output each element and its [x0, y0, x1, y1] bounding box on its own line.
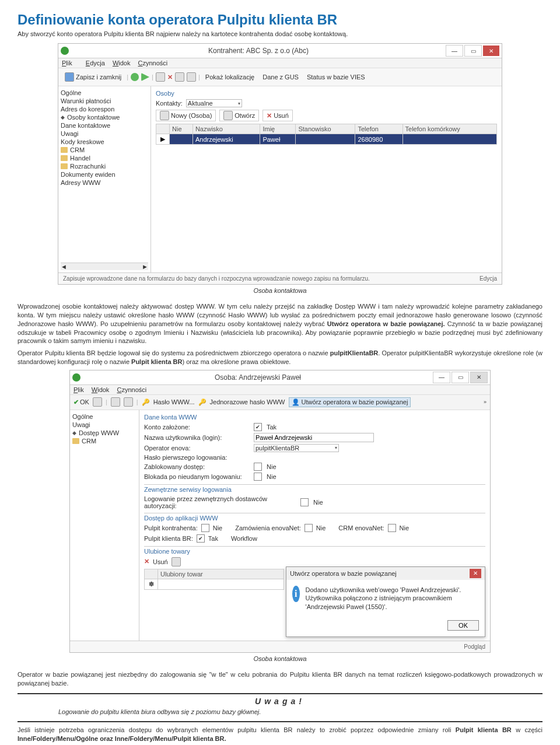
- close-button[interactable]: ✕: [470, 372, 488, 383]
- dialog-close-button[interactable]: ✕: [470, 569, 481, 578]
- maximize-button[interactable]: ▭: [464, 45, 482, 57]
- menu-plik[interactable]: Plik: [74, 386, 84, 393]
- menu-edycja[interactable]: Edycja: [86, 60, 105, 67]
- globe-icon: [61, 47, 69, 55]
- gus-button[interactable]: Dane z GUS: [260, 72, 302, 82]
- paragraph-2: Operator Pulpitu klienta BR będzie logow…: [18, 349, 542, 366]
- sidebar-dokumenty[interactable]: Dokumenty ewiden: [61, 170, 148, 179]
- menu-plik[interactable]: Plik: [62, 60, 78, 67]
- login-input[interactable]: [254, 433, 374, 442]
- x-icon: ✕: [267, 112, 272, 120]
- sidebar2-ogolne[interactable]: Ogólne: [72, 412, 136, 421]
- pk-checkbox[interactable]: [201, 524, 209, 532]
- tool-icon[interactable]: [172, 557, 181, 566]
- crm-checkbox[interactable]: [388, 524, 396, 532]
- tool-icon[interactable]: [93, 397, 102, 407]
- sidebar2-uwagi[interactable]: Uwagi: [72, 421, 136, 429]
- konto-checkbox[interactable]: ✔: [254, 423, 262, 431]
- sidebar2-crm[interactable]: CRM: [72, 437, 136, 445]
- intro-text: Aby stworzyć konto operatora Pulpitu kli…: [18, 30, 542, 37]
- zam-label: Zamówienia enovaNet:: [235, 524, 301, 531]
- tool-icon-1[interactable]: [156, 72, 165, 82]
- tool-icon[interactable]: [111, 397, 120, 407]
- window-title-2: Osoba: Andrzejewski Paweł: [84, 373, 432, 382]
- sidebar-crm[interactable]: CRM: [61, 146, 148, 154]
- zewn-checkbox[interactable]: [300, 498, 309, 506]
- sidebar-rozrachunki[interactable]: Rozrachunki: [61, 162, 148, 170]
- more-icon[interactable]: »: [484, 399, 487, 405]
- key-icon: 🔑: [142, 398, 150, 406]
- menu-czynnosci[interactable]: Czynności: [117, 386, 146, 393]
- table-row[interactable]: ✽: [145, 579, 284, 589]
- menu-bar: Plik Edycja Widok Czynności: [58, 58, 502, 68]
- tool-icon-2[interactable]: [175, 72, 184, 82]
- check-icon: ✔: [74, 398, 79, 406]
- utworz-operatora-button[interactable]: 👤 Utwórz operatora w bazie powiązanej: [289, 397, 411, 407]
- col-nie[interactable]: Nie: [170, 124, 193, 134]
- paragraph-3: Operator w bazie powiązanej jest niezbęd…: [18, 670, 542, 688]
- sidebar-osoby[interactable]: Osoby kontaktowe: [61, 113, 148, 121]
- usun-button[interactable]: ✕Usuń: [262, 110, 293, 121]
- jednorazowe-haslo-button[interactable]: Jednorazowe hasło WWW: [210, 398, 285, 405]
- fav-grid[interactable]: Ulubiony towar ✽: [144, 569, 284, 590]
- sidebar2-dostep[interactable]: Dostęp WWW: [72, 429, 136, 437]
- sidebar-handel[interactable]: Handel: [61, 154, 148, 162]
- key-icon: 🔑: [198, 398, 206, 406]
- zablok-checkbox[interactable]: [254, 463, 262, 471]
- horiz-scrollbar[interactable]: ◄►: [61, 263, 148, 270]
- figure-caption-1: Osoba kontaktowa: [18, 287, 542, 294]
- pkb-checkbox[interactable]: ✔: [197, 534, 205, 543]
- col-nazwisko[interactable]: Nazwisko: [192, 124, 260, 134]
- osoby-group-label: Osoby: [156, 90, 497, 97]
- save-close-button[interactable]: Zapisz i zamknij: [62, 71, 124, 83]
- login-label: Nazwa użytkownika (login):: [144, 434, 249, 441]
- blokada-checkbox[interactable]: [254, 473, 262, 481]
- pkb-label: Pulpit klienta BR:: [144, 535, 193, 542]
- nav-add-icon[interactable]: [131, 73, 139, 81]
- nav-next-icon[interactable]: [141, 73, 149, 81]
- paragraph-4: Jeśli istnieje potrzeba ograniczenia dos…: [18, 726, 542, 743]
- disk-icon: [65, 72, 74, 82]
- cell-nazwisko: Andrzejewski: [192, 134, 260, 145]
- fav-usun-button[interactable]: Usuń: [153, 558, 168, 565]
- divider: [18, 693, 542, 694]
- menu-czynnosci[interactable]: Czynności: [138, 60, 168, 67]
- minimize-button[interactable]: —: [446, 45, 463, 57]
- paragraph-1: Wprowadzonej osobie kontaktowej należy a…: [18, 302, 542, 345]
- sidebar-adresy[interactable]: Adresy WWW: [61, 179, 148, 187]
- col-komorkowy[interactable]: Telefon komórkowy: [402, 124, 496, 134]
- nowy-button[interactable]: Nowy (Osoba): [156, 110, 216, 121]
- ok-button[interactable]: ✔OK: [74, 398, 89, 406]
- sidebar-warunki[interactable]: Warunki płatności: [61, 97, 148, 105]
- menu-widok[interactable]: Widok: [92, 386, 110, 393]
- sidebar-kody[interactable]: Kody kreskowe: [61, 138, 148, 146]
- sidebar-adres[interactable]: Adres do korespon: [61, 105, 148, 113]
- tool-icon-3[interactable]: [187, 72, 196, 82]
- close-button[interactable]: ✕: [483, 46, 499, 56]
- vies-button[interactable]: Status w bazie VIES: [304, 72, 368, 82]
- show-location-button[interactable]: Pokaż lokalizację: [202, 72, 257, 82]
- tool-x-icon[interactable]: ✕: [167, 74, 173, 81]
- osoby-grid[interactable]: Nie Nazwisko Imię Stanowisko Telefon Tel…: [156, 124, 497, 145]
- mode-text-2: Podgląd: [464, 643, 485, 650]
- haslo-www-button[interactable]: Hasło WWW...: [153, 398, 195, 405]
- menu-widok[interactable]: Widok: [113, 60, 131, 67]
- table-row[interactable]: ▶ Andrzejewski Paweł 2680980: [156, 134, 497, 145]
- operator-select[interactable]: pulpitKlientaBR: [254, 444, 339, 452]
- col-telefon[interactable]: Telefon: [355, 124, 402, 134]
- sidebar-ogolne[interactable]: Ogólne: [61, 89, 148, 97]
- sidebar-dane[interactable]: Dane kontaktowe: [61, 121, 148, 130]
- minimize-button[interactable]: —: [433, 372, 450, 383]
- figure-caption-2: Osoba kontaktowa: [18, 655, 542, 662]
- zam-checkbox[interactable]: [304, 524, 313, 532]
- section-dostep-app: Dostęp do aplikacji WWW: [144, 515, 485, 522]
- col-imie[interactable]: Imię: [260, 124, 296, 134]
- kontakty-select[interactable]: Aktualne: [186, 99, 242, 107]
- dialog-ok-button[interactable]: OK: [447, 620, 479, 631]
- info-icon: i: [292, 586, 300, 602]
- col-stanowisko[interactable]: Stanowisko: [296, 124, 355, 134]
- maximize-button[interactable]: ▭: [452, 372, 469, 383]
- tool-icon[interactable]: [124, 397, 133, 407]
- otworz-button[interactable]: Otwórz: [219, 110, 259, 121]
- sidebar-uwagi[interactable]: Uwagi: [61, 130, 148, 138]
